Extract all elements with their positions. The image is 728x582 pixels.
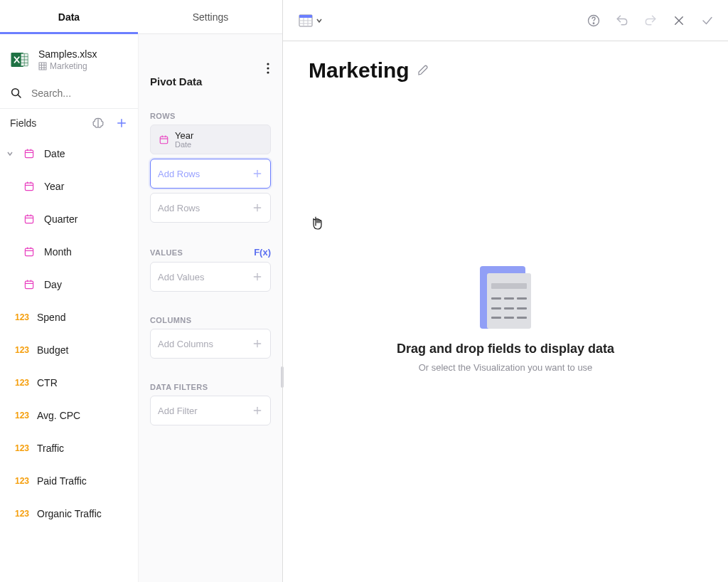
- fields-label: Fields: [10, 117, 36, 129]
- svg-rect-6: [39, 63, 46, 70]
- row-chip-sub: Date: [175, 140, 263, 149]
- values-section-label: VALUES: [150, 248, 183, 257]
- field-budget[interactable]: 123 Budget: [0, 334, 138, 366]
- svg-rect-20: [25, 183, 33, 190]
- field-label: Day: [44, 279, 62, 290]
- file-meta: Samples.xlsx Marketing: [38, 48, 97, 71]
- tab-data-label: Data: [58, 11, 80, 23]
- calendar-icon: [21, 181, 37, 192]
- svg-point-37: [267, 67, 269, 69]
- plus-icon: [252, 271, 263, 282]
- plus-icon: [252, 168, 263, 179]
- number-icon: 123: [14, 476, 30, 486]
- number-icon: 123: [14, 509, 30, 519]
- field-avg-cpc[interactable]: 123 Avg. CPC: [0, 399, 138, 432]
- field-label: Budget: [37, 344, 68, 356]
- add-rows-dropzone-active[interactable]: Add Rows: [150, 159, 271, 189]
- field-day[interactable]: Day: [0, 268, 138, 301]
- chevron-down-icon: [316, 17, 323, 24]
- field-organic-traffic[interactable]: 123 Organic Traffic: [0, 497, 138, 530]
- svg-point-60: [593, 23, 594, 24]
- field-quarter[interactable]: Quarter: [0, 203, 138, 236]
- pivot-title: Pivot Data: [150, 55, 271, 88]
- canvas-topbar: [283, 0, 728, 41]
- placeholder-illustration: [480, 266, 531, 329]
- tab-settings-label: Settings: [193, 11, 229, 23]
- number-icon: 123: [14, 411, 30, 420]
- add-columns-dropzone[interactable]: Add Columns: [150, 329, 271, 359]
- number-icon: 123: [14, 345, 30, 355]
- canvas-placeholder: Drag and drop fields to display data Or …: [283, 57, 728, 582]
- canvas-subline: Or select the Visualization you want to …: [419, 362, 593, 373]
- calendar-icon: [21, 213, 37, 225]
- number-icon: 123: [14, 443, 30, 453]
- calendar-icon: [21, 148, 37, 159]
- add-rows-dropzone[interactable]: Add Rows: [150, 193, 271, 223]
- tab-settings[interactable]: Settings: [139, 0, 282, 34]
- tab-data[interactable]: Data: [0, 0, 138, 33]
- field-spend[interactable]: 123 Spend: [0, 301, 138, 334]
- field-label: Organic Traffic: [37, 508, 102, 519]
- svg-point-38: [267, 71, 269, 73]
- main-tabs: Data: [0, 0, 138, 34]
- grid-viz-icon: [299, 14, 313, 27]
- field-year[interactable]: Year: [0, 170, 138, 203]
- table-icon: [38, 62, 47, 70]
- plus-icon: [252, 338, 263, 349]
- columns-section-label: COLUMNS: [150, 316, 191, 324]
- close-icon[interactable]: [671, 13, 687, 28]
- field-paid-traffic[interactable]: 123 Paid Traffic: [0, 465, 138, 497]
- field-tree: Date Year Quarter Month Day: [0, 137, 138, 582]
- field-label: Traffic: [37, 443, 64, 454]
- svg-point-36: [267, 63, 269, 65]
- search-row[interactable]: [0, 81, 138, 109]
- plus-icon: [252, 202, 263, 213]
- add-rows-label: Add Rows: [158, 169, 246, 179]
- add-columns-label: Add Columns: [158, 339, 246, 349]
- svg-rect-39: [160, 137, 168, 144]
- field-label: Quarter: [44, 213, 77, 225]
- brain-icon[interactable]: [91, 116, 105, 130]
- filters-section-label: DATA FILTERS: [150, 383, 208, 391]
- add-filter-dropzone[interactable]: Add Filter: [150, 396, 271, 425]
- field-date-group[interactable]: Date: [0, 137, 138, 170]
- pivot-panel: Settings Pivot Data ROWS Year Date Add R…: [138, 0, 282, 582]
- field-label: Date: [44, 148, 65, 159]
- redo-icon[interactable]: [643, 13, 658, 28]
- field-traffic[interactable]: 123 Traffic: [0, 432, 138, 465]
- file-name: Samples.xlsx: [38, 48, 97, 60]
- chevron-down-icon: [6, 150, 14, 157]
- field-label: Month: [44, 246, 72, 258]
- svg-rect-24: [25, 216, 33, 223]
- undo-icon[interactable]: [614, 13, 630, 28]
- help-icon[interactable]: [586, 13, 601, 28]
- search-icon: [10, 87, 23, 100]
- field-label: Avg. CPC: [37, 410, 80, 421]
- confirm-icon[interactable]: [700, 13, 715, 28]
- visualization-dropdown[interactable]: [296, 13, 326, 28]
- sheet-name: Marketing: [50, 61, 87, 71]
- field-ctr[interactable]: 123 CTR: [0, 366, 138, 399]
- svg-rect-32: [25, 281, 33, 288]
- sheet-row: Marketing: [38, 61, 97, 71]
- svg-line-12: [18, 95, 21, 97]
- field-label: CTR: [37, 377, 58, 388]
- svg-rect-16: [25, 150, 33, 157]
- add-rows-label: Add Rows: [158, 203, 246, 213]
- field-month[interactable]: Month: [0, 236, 138, 268]
- calendar-icon: [21, 279, 37, 290]
- fx-link[interactable]: F(x): [254, 247, 271, 258]
- field-label: Year: [44, 181, 64, 192]
- fields-header: Fields: [0, 109, 138, 137]
- add-field-icon[interactable]: [115, 117, 128, 129]
- row-chip-year[interactable]: Year Date: [150, 125, 271, 154]
- number-icon: 123: [14, 378, 30, 388]
- field-label: Paid Traffic: [37, 475, 87, 487]
- number-icon: 123: [14, 312, 30, 322]
- add-values-dropzone[interactable]: Add Values: [150, 262, 271, 292]
- calendar-icon: [21, 246, 37, 258]
- excel-icon: [9, 48, 31, 71]
- left-panel: Data Samples.xlsx Marketing: [0, 0, 138, 582]
- svg-rect-54: [299, 15, 312, 18]
- kebab-menu-icon[interactable]: [267, 63, 269, 74]
